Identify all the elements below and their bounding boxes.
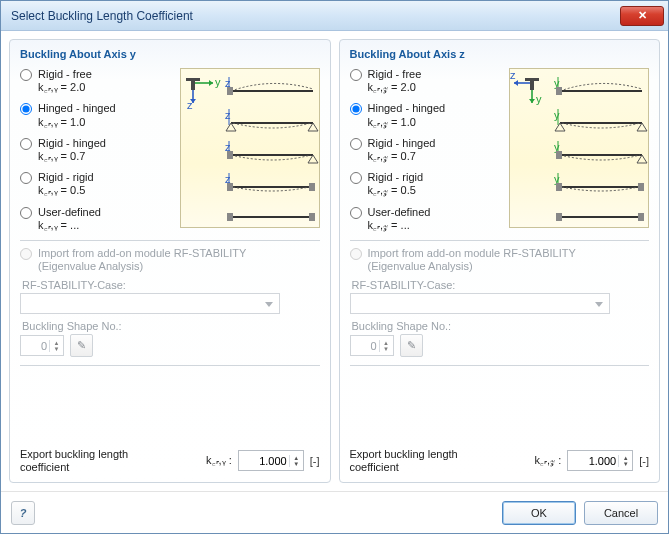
radio-rigid-hinged-y[interactable]: Rigid - hingedk꜀ᵣ,ᵧ = 0.7 (20, 137, 174, 163)
radio-sub: k꜀ᵣ,𝓏 = 2.0 (368, 81, 422, 94)
button-label: OK (531, 507, 547, 519)
divider (350, 240, 650, 241)
diagram-y: y z z (180, 68, 320, 228)
import-block-z: Import from add-on module RF-STABILITY (… (350, 247, 650, 357)
wand-icon: ✎ (77, 339, 86, 352)
cancel-button[interactable]: Cancel (584, 501, 658, 525)
help-button[interactable]: ? (11, 501, 35, 525)
panel-axis-z: Buckling About Axis z Rigid - freek꜀ᵣ,𝓏 … (339, 39, 661, 483)
radio-sub: k꜀ᵣ,ᵧ = 0.7 (38, 150, 106, 163)
svg-text:z: z (187, 99, 193, 111)
pick-shape-button-z: ✎ (400, 334, 423, 357)
radio-input (350, 248, 362, 260)
unit-z: [-] (639, 455, 649, 467)
pick-shape-button-y: ✎ (70, 334, 93, 357)
stepper-value: 0 (21, 340, 49, 352)
shape-number-stepper-z: 0 ▲▼ (350, 335, 394, 356)
kcr-symbol-y: k꜀ᵣ,ᵧ : (206, 454, 232, 467)
ok-button[interactable]: OK (502, 501, 576, 525)
chevron-down-icon: ▼ (50, 346, 63, 352)
radio-input[interactable] (350, 172, 362, 184)
button-label: Cancel (604, 507, 638, 519)
import-label: Import from add-on module RF-STABILITY (… (38, 247, 246, 273)
help-icon: ? (20, 507, 27, 519)
radio-label: Hinged - hinged (38, 102, 116, 114)
radio-list-y: Rigid - freek꜀ᵣ,ᵧ = 2.0 Hinged - hingedk… (20, 68, 174, 232)
radio-import-y: Import from add-on module RF-STABILITY (… (20, 247, 320, 273)
radio-sub: k꜀ᵣ,𝓏 = ... (368, 219, 431, 232)
radio-label: Hinged - hinged (368, 102, 446, 114)
case-label-z: RF-STABILITY-Case: (352, 279, 650, 291)
svg-text:y: y (536, 93, 542, 105)
shape-label-z: Buckling Shape No.: (352, 320, 650, 332)
radio-sub: k꜀ᵣ,𝓏 = 0.5 (368, 184, 424, 197)
close-icon: ✕ (638, 9, 647, 22)
radio-list-z: Rigid - freek꜀ᵣ,𝓏 = 2.0 Hinged - hingedk… (350, 68, 504, 232)
kcr-symbol-z: k꜀ᵣ,𝓏 : (535, 454, 562, 467)
radio-hinged-hinged-y[interactable]: Hinged - hingedk꜀ᵣ,ᵧ = 1.0 (20, 102, 174, 128)
close-button[interactable]: ✕ (620, 6, 664, 26)
radio-input[interactable] (350, 69, 362, 81)
radio-rigid-hinged-z[interactable]: Rigid - hingedk꜀ᵣ,𝓏 = 0.7 (350, 137, 504, 163)
chevron-down-icon: ▼ (380, 346, 393, 352)
radio-input[interactable] (20, 207, 32, 219)
radio-rigid-free-y[interactable]: Rigid - freek꜀ᵣ,ᵧ = 2.0 (20, 68, 174, 94)
radio-rigid-rigid-y[interactable]: Rigid - rigidk꜀ᵣ,ᵧ = 0.5 (20, 171, 174, 197)
radio-input[interactable] (350, 138, 362, 150)
svg-rect-49 (638, 213, 644, 221)
radio-user-defined-z[interactable]: User-definedk꜀ᵣ,𝓏 = ... (350, 206, 504, 232)
radio-sub: k꜀ᵣ,ᵧ = ... (38, 219, 101, 232)
radio-input[interactable] (20, 69, 32, 81)
unit-y: [-] (310, 455, 320, 467)
radio-input[interactable] (20, 172, 32, 184)
svg-rect-20 (227, 183, 233, 191)
divider (20, 365, 320, 366)
kcr-input-z[interactable]: 1.000 ▲▼ (567, 450, 633, 471)
chevron-down-icon[interactable]: ▼ (619, 461, 632, 467)
radio-label: Rigid - hinged (368, 137, 436, 149)
stability-case-select-z (350, 293, 610, 314)
radio-label: Rigid - free (368, 68, 422, 80)
svg-rect-23 (227, 213, 233, 221)
kcr-input-y[interactable]: 1.000 ▲▼ (238, 450, 304, 471)
export-row-y: Export buckling length coefficient k꜀ᵣ,ᵧ… (20, 440, 320, 474)
chevron-down-icon[interactable]: ▼ (290, 461, 303, 467)
input-value: 1.000 (239, 455, 289, 467)
radio-label: User-defined (368, 206, 431, 218)
radio-sub: k꜀ᵣ,ᵧ = 2.0 (38, 81, 92, 94)
svg-rect-21 (309, 183, 315, 191)
titlebar: Select Buckling Length Coefficient ✕ (1, 1, 668, 31)
radio-label: Rigid - hinged (38, 137, 106, 149)
svg-text:z: z (510, 69, 516, 81)
svg-text:y: y (215, 76, 221, 88)
svg-rect-30 (530, 78, 534, 90)
svg-rect-9 (227, 87, 233, 95)
input-value: 1.000 (568, 455, 618, 467)
shape-label-y: Buckling Shape No.: (22, 320, 320, 332)
svg-rect-16 (227, 151, 233, 159)
radio-rigid-free-z[interactable]: Rigid - freek꜀ᵣ,𝓏 = 2.0 (350, 68, 504, 94)
window-title: Select Buckling Length Coefficient (11, 9, 193, 23)
export-row-z: Export buckling length coefficient k꜀ᵣ,𝓏… (350, 440, 650, 474)
content-area: Buckling About Axis y Rigid - freek꜀ᵣ,ᵧ … (1, 31, 668, 491)
svg-rect-5 (191, 78, 195, 90)
svg-rect-24 (309, 213, 315, 221)
radio-label: Rigid - rigid (368, 171, 424, 183)
svg-text:y: y (554, 109, 560, 121)
radio-input[interactable] (350, 103, 362, 115)
radio-user-defined-y[interactable]: User-definedk꜀ᵣ,ᵧ = ... (20, 206, 174, 232)
radio-sub: k꜀ᵣ,ᵧ = 0.5 (38, 184, 94, 197)
export-label-y: Export buckling length coefficient (20, 448, 130, 474)
radio-input[interactable] (20, 138, 32, 150)
radio-label: Rigid - rigid (38, 171, 94, 183)
svg-text:z: z (225, 109, 231, 121)
footer: ? OK Cancel (1, 491, 668, 533)
stepper-value: 0 (351, 340, 379, 352)
radio-input[interactable] (20, 103, 32, 115)
shape-number-stepper-y: 0 ▲▼ (20, 335, 64, 356)
radio-rigid-rigid-z[interactable]: Rigid - rigidk꜀ᵣ,𝓏 = 0.5 (350, 171, 504, 197)
wand-icon: ✎ (407, 339, 416, 352)
radio-import-z: Import from add-on module RF-STABILITY (… (350, 247, 650, 273)
radio-hinged-hinged-z[interactable]: Hinged - hingedk꜀ᵣ,𝓏 = 1.0 (350, 102, 504, 128)
radio-input[interactable] (350, 207, 362, 219)
